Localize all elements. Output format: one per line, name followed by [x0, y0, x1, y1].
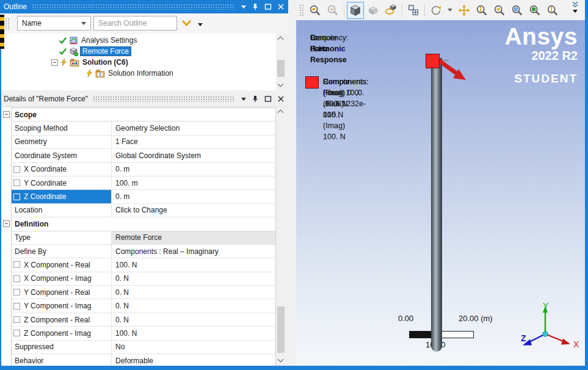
details-panel-titlebar: Details of "Remote Force" [0, 92, 288, 107]
details-section-definition[interactable]: − Definition [12, 217, 275, 231]
ruler-min-label: 0.00 [398, 314, 413, 323]
pin-icon[interactable] [252, 3, 259, 10]
details-row-y-coordinate[interactable]: Y Coordinate 100. m [12, 176, 275, 190]
scroll-down-icon[interactable] [278, 357, 284, 363]
details-row-define-by[interactable]: Define By Components : Real – Imaginary [12, 245, 275, 258]
details-row-type[interactable]: Type Remote Force [12, 231, 275, 245]
details-row-suppressed[interactable]: Suppressed No [12, 341, 275, 354]
outline-tree-scrollbar[interactable] [276, 34, 286, 90]
maximize-icon[interactable] [264, 95, 272, 103]
analysis-settings-icon [69, 36, 78, 45]
filter-type-dropdown[interactable]: Name [17, 16, 91, 31]
parameter-checkbox[interactable] [13, 316, 20, 323]
look-at-face-icon[interactable] [365, 2, 382, 19]
pan-icon[interactable] [456, 2, 473, 19]
parameter-checkbox[interactable] [13, 261, 20, 268]
collapse-icon[interactable]: − [3, 220, 10, 227]
orientation-triad[interactable]: Y X Z [515, 301, 583, 360]
ansys-mechanical-window: Outline Name [0, 0, 588, 370]
details-row-z-component-real[interactable]: Z Component - Real 0. N [12, 313, 275, 327]
remote-force-icon [69, 47, 78, 56]
outline-panel-title: Outline [4, 2, 27, 11]
close-icon[interactable] [277, 3, 285, 10]
expand-search-options-icon[interactable] [181, 19, 192, 27]
window-right-border [585, 0, 588, 370]
scrollbar-thumb[interactable] [277, 307, 285, 353]
fit-selection-icon[interactable] [526, 2, 543, 19]
details-row-x-component-real[interactable]: X Component - Real 100. N [12, 258, 275, 272]
details-section-scope[interactable]: − Scope [12, 108, 275, 122]
next-view-icon[interactable] [324, 2, 341, 19]
details-row-scoping-method[interactable]: Scoping Method Geometry Selection [12, 122, 275, 135]
details-row-geometry[interactable]: Geometry 1 Face [12, 136, 275, 149]
details-row-coordinate-system[interactable]: Coordinate System Global Coordinate Syst… [12, 149, 275, 162]
details-row-x-coordinate[interactable]: X Coordinate 0. m [12, 163, 275, 176]
details-panel-title: Details of "Remote Force" [4, 95, 88, 103]
tree-item-analysis-settings[interactable]: Analysis Settings [59, 35, 138, 46]
ansys-logo-text: Ansys [504, 25, 578, 48]
tree-item-solution-information[interactable]: Solution Information [85, 68, 175, 79]
check-icon [59, 47, 67, 56]
tree-item-label: Remote Force [80, 46, 131, 56]
previous-view-icon[interactable] [307, 2, 324, 19]
toolbar-menu-icon[interactable] [573, 10, 578, 13]
parameter-checkbox[interactable] [13, 166, 20, 173]
close-icon[interactable] [277, 95, 285, 103]
scroll-up-icon[interactable] [278, 37, 284, 43]
details-row-y-component-real[interactable]: Y Component - Real 0. N [12, 286, 275, 299]
zoom-to-fit-icon[interactable] [509, 2, 526, 19]
viewport-layout-icon[interactable] [405, 2, 422, 19]
chevron-down-icon [81, 22, 86, 25]
zoom-icon[interactable] [473, 2, 490, 19]
details-row-z-coordinate[interactable]: Z Coordinate 0. m [12, 190, 275, 203]
panel-menu-icon[interactable] [241, 98, 246, 101]
triad-z-label: Z [521, 333, 526, 343]
filter-type-value: Name [22, 19, 42, 27]
more-options-icon[interactable] [198, 23, 203, 26]
scroll-up-icon[interactable] [278, 110, 284, 116]
details-row-x-component-imag[interactable]: X Component - Imag 0. N [12, 272, 275, 286]
remote-force-marker[interactable] [426, 54, 440, 68]
tree-item-remote-force[interactable]: Remote Force [59, 46, 131, 57]
parameter-checkbox[interactable] [13, 289, 20, 296]
maximize-icon[interactable] [264, 3, 272, 10]
scroll-down-icon[interactable] [278, 81, 284, 87]
collapse-icon[interactable]: − [51, 59, 58, 66]
titlebar-texture [32, 4, 235, 10]
toolbar-drag-handle[interactable] [299, 4, 303, 16]
details-row-z-component-imag[interactable]: Z Component - Imag 100. N [12, 327, 275, 340]
parameter-checkbox[interactable] [13, 180, 20, 186]
beam-geometry[interactable] [431, 58, 442, 352]
rotate-cube-icon[interactable] [382, 2, 399, 19]
orbit-icon[interactable] [427, 2, 445, 19]
scrollbar-thumb[interactable] [277, 60, 285, 77]
outline-tree: Analysis Settings Remote Force − So [1, 34, 276, 90]
isometric-view-icon[interactable] [347, 2, 364, 19]
toolbar-drag-handle[interactable] [5, 18, 9, 30]
details-row-location[interactable]: Location Click to Change [12, 204, 275, 217]
parameter-checkbox[interactable] [13, 303, 20, 310]
panel-menu-icon[interactable] [241, 5, 246, 9]
tree-item-solution[interactable]: − Solution (C6) [51, 57, 129, 68]
magnify-icon[interactable] [544, 2, 561, 19]
graphics-viewport[interactable]: C: Harmonic Response Remote Force Freque… [296, 20, 585, 366]
pin-icon[interactable] [252, 95, 259, 103]
search-outline-input[interactable] [93, 16, 177, 31]
details-row-y-component-imag[interactable]: Y Component - Imag 0. N [12, 299, 275, 313]
ruler-max-label: 20.00 (m) [459, 314, 493, 323]
details-scrollbar[interactable] [276, 107, 286, 366]
parameter-checkbox[interactable] [13, 194, 20, 200]
orbit-options-icon[interactable] [448, 9, 452, 12]
legend-line: Components: (Imag) 0. ,0. ,100. N [323, 76, 368, 109]
box-zoom-icon[interactable] [491, 2, 508, 19]
lightning-icon [85, 69, 93, 78]
ansys-edition: STUDENT [504, 72, 578, 85]
parameter-checkbox[interactable] [13, 330, 20, 336]
parameter-checkbox[interactable] [13, 275, 20, 282]
frequency-label: Frequency: 0. Hz [310, 32, 349, 54]
toolbar-overflow-icon[interactable] [572, 1, 579, 8]
details-table: − Scope Scoping Method Geometry Selectio… [2, 107, 276, 366]
legend-color-swatch [305, 76, 319, 89]
outline-filter-toolbar: Name [0, 13, 288, 34]
collapse-icon[interactable]: − [3, 111, 10, 118]
